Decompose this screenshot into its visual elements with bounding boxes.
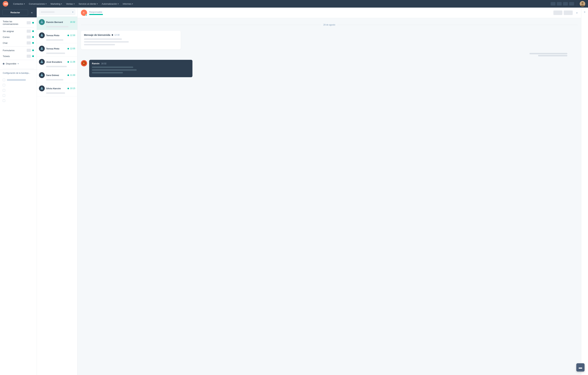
nav-right-area (551, 1, 585, 7)
status-chevron-icon: ▾ (18, 63, 19, 65)
list-item-4-text (7, 95, 28, 96)
list-item-3[interactable] (0, 88, 37, 93)
conversation-item-teresa-1[interactable]: Teresa Pinto 12:30 (37, 30, 77, 43)
list-item-3-checkbox[interactable] (3, 89, 5, 91)
welcome-line-1 (84, 38, 122, 40)
conv-name-sara: Sara Gómez (46, 74, 59, 77)
compose-header: Redactar « (0, 8, 37, 17)
conversation-item-jose[interactable]: José Escudero 11:36 (37, 56, 77, 70)
svg-text:HS: HS (4, 2, 8, 5)
tickets-count (27, 55, 31, 58)
chat-header-avatar: R (81, 10, 87, 16)
nav-icon-btn-4[interactable] (569, 2, 574, 6)
sidebar-item-formularios[interactable]: Formularios (0, 47, 37, 53)
sidebar-top-items: Todas las conversaciones Sin asignar Cor… (0, 17, 37, 68)
sidebar-list-items (0, 76, 37, 375)
nav-conversaciones[interactable]: Conversaciones ▾ (27, 0, 49, 8)
ramon-bubble-time: 16:32 (101, 62, 106, 65)
welcome-message-wrapper: Mensaje de bienvenida 12:30 (81, 31, 578, 49)
outgoing-line-1 (529, 53, 567, 54)
right-collapse-button[interactable]: » (584, 10, 585, 13)
nav-ventas[interactable]: Ventas ▾ (64, 0, 77, 8)
sidebar-item-tickets[interactable]: Tickets (0, 53, 37, 59)
conv-header-sara: Sara Gómez 11:30 (39, 72, 75, 78)
welcome-bubble-header: Mensaje de bienvenida 12:30 (84, 33, 178, 36)
svg-point-8 (41, 60, 42, 62)
chat-right-collapse-button[interactable]: » (576, 11, 578, 14)
list-item-1-checkbox[interactable] (3, 79, 5, 81)
nav-icon-btn-3[interactable] (563, 2, 568, 6)
search-chevron-icon: ▾ (72, 11, 73, 13)
ramon-message-bubble: Ramón 16:32 (89, 60, 192, 77)
config-text: Configuración de la bandeja... (3, 72, 30, 74)
sidebar-collapse-button[interactable]: « (30, 10, 34, 15)
correo-label: Correo (3, 36, 25, 38)
compose-button[interactable]: Redactar (2, 10, 28, 15)
svg-point-10 (41, 87, 42, 88)
chat-body: 28 de agosto Mensaje de bienvenida 12:30 (77, 18, 581, 375)
list-item-2[interactable] (0, 83, 37, 88)
sin-asignar-dot (32, 30, 34, 32)
welcome-bubble-dot (112, 34, 113, 36)
conv-preview-teresa-2 (46, 53, 65, 54)
list-item-5[interactable] (0, 98, 37, 103)
conversation-list: ▾ Ramón Bernard 16:32 (37, 8, 77, 375)
formularios-label: Formularios (3, 49, 25, 52)
nav-marketing[interactable]: Marketing ▾ (49, 0, 64, 8)
nav-icon-btn-2[interactable] (557, 2, 562, 6)
conv-info-jose: José Escudero 11:36 (46, 61, 75, 63)
sin-asignar-label: Sin asignar (3, 30, 25, 33)
hubspot-logo[interactable]: HS (3, 1, 8, 7)
conv-info-silvia: Silvia Alarcón 10:15 (46, 87, 75, 90)
welcome-line-3 (84, 44, 115, 45)
config-area[interactable]: Configuración de la bandeja... (0, 70, 37, 76)
list-item-2-text (7, 84, 22, 86)
conv-time-silvia: 10:15 (70, 87, 75, 90)
list-item-4[interactable] (0, 93, 37, 98)
sidebar-item-all-conversations[interactable]: Todas las conversaciones (0, 19, 37, 27)
nav-divider (577, 1, 577, 6)
svg-text:R: R (83, 62, 85, 65)
conversation-item-teresa-2[interactable]: Teresa Pinto 12:05 (37, 43, 77, 56)
svg-point-7 (41, 47, 42, 48)
nav-automatizacion[interactable]: Automatización ▾ (100, 0, 121, 8)
status-selector[interactable]: Disponible ▾ (0, 61, 37, 67)
left-sidebar: Redactar « Todas las conversaciones Sin … (0, 8, 37, 375)
formularios-count (27, 49, 31, 52)
list-item-4-checkbox[interactable] (3, 94, 5, 97)
welcome-bubble-time: 12:30 (115, 34, 120, 36)
conversation-item-silvia[interactable]: Silvia Alarcón 10:15 (37, 83, 77, 96)
nav-servicio[interactable]: Servicio al cliente ▾ (77, 0, 100, 8)
conv-header-teresa-1: Teresa Pinto 12:30 (39, 33, 75, 38)
ramon-message-avatar: R (81, 60, 87, 66)
list-item-2-checkbox[interactable] (3, 84, 5, 86)
nav-contactos[interactable]: Contactos ▾ (11, 0, 27, 8)
nav-informes[interactable]: Informes ▾ (121, 0, 135, 8)
conv-name-silvia: Silvia Alarcón (46, 87, 61, 90)
all-conversations-dot (32, 22, 34, 24)
conv-header-silvia: Silvia Alarcón 10:15 (39, 86, 75, 91)
conversation-search-input[interactable]: ▾ (39, 9, 75, 15)
date-label: 28 de agosto (323, 24, 335, 26)
conversation-item-sara[interactable]: Sara Gómez 11:30 (37, 70, 77, 83)
sidebar-item-sin-asignar[interactable]: Sin asignar (0, 28, 37, 34)
list-item-3-text (7, 89, 24, 91)
list-item-5-checkbox[interactable] (3, 99, 5, 102)
user-avatar[interactable] (580, 1, 585, 7)
status-text: Disponible (6, 62, 16, 65)
chat-responsible-label: Responsable (89, 11, 551, 13)
conversation-item-ramon[interactable]: Ramón Bernard 16:32 (37, 17, 77, 30)
chat-header-btn-1[interactable] (553, 11, 562, 15)
nav-contactos-chevron: ▾ (24, 3, 25, 5)
conv-avatar-jose (39, 59, 45, 65)
correo-count (27, 35, 31, 39)
status-dot (3, 63, 4, 65)
all-conversations-count (27, 21, 31, 24)
nav-icon-btn-1[interactable] (551, 2, 556, 6)
sidebar-item-correo[interactable]: Correo (0, 34, 37, 40)
list-item-1[interactable] (0, 77, 37, 83)
chat-widget-button[interactable]: ▬ (576, 363, 585, 372)
chat-header-btn-2[interactable] (564, 11, 573, 15)
chat-dot (32, 42, 34, 44)
sidebar-item-chat[interactable]: Chat (0, 40, 37, 46)
